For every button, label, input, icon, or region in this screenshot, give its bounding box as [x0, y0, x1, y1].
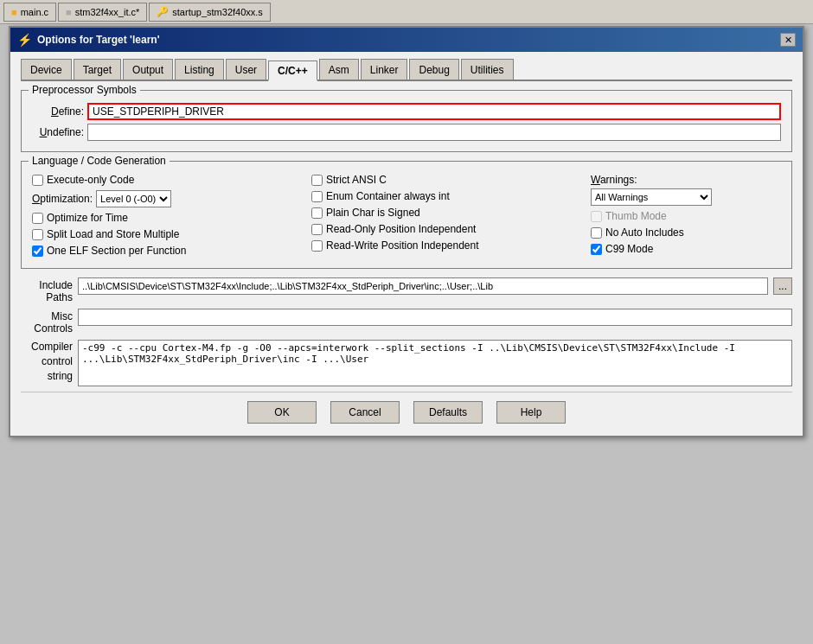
undefine-label: Undefine:	[32, 126, 84, 138]
enum-container-checkbox[interactable]	[311, 191, 323, 202]
c99-mode-checkbox[interactable]	[591, 244, 602, 255]
c99-mode-row: C99 Mode	[591, 243, 781, 255]
thumb-mode-label: Thumb Mode	[605, 210, 667, 222]
taskbar: ■ main.c ■ stm32f4xx_it.c* 🔑 startup_stm…	[0, 0, 813, 24]
tab-utilities[interactable]: Utilities	[461, 59, 514, 80]
tab-linker[interactable]: Linker	[361, 59, 408, 80]
misc-controls-section: MiscControls	[21, 309, 792, 335]
tab-stm32-it[interactable]: ■ stm32f4xx_it.c*	[58, 3, 147, 22]
include-paths-section: IncludePaths ...	[21, 277, 792, 303]
read-write-label: Read-Write Position Independent	[326, 239, 479, 252]
optimization-label: Optimization:	[32, 193, 93, 205]
one-elf-checkbox[interactable]	[32, 245, 43, 257]
enum-container-label: Enum Container always int	[326, 190, 450, 202]
close-button[interactable]: ✕	[780, 33, 796, 47]
plain-char-row: Plain Char is Signed	[311, 207, 591, 219]
include-browse-button[interactable]: ...	[773, 277, 792, 295]
preprocessor-group-label: Preprocessor Symbols	[29, 84, 140, 96]
read-only-label: Read-Only Position Independent	[326, 223, 476, 235]
lang-col-3: Warnings: All Warnings No Warnings Warni…	[591, 174, 781, 261]
optimization-row: Optimization: Level 0 (-O0) Level 1 (-O1…	[32, 190, 311, 207]
misc-controls-input-wrapper	[78, 309, 792, 326]
tab-listing[interactable]: Listing	[175, 59, 224, 80]
plain-char-label: Plain Char is Signed	[326, 207, 420, 219]
tab-output[interactable]: Output	[123, 59, 173, 80]
dialog-title-group: ⚡ Options for Target 'learn'	[17, 33, 160, 47]
strict-ansi-label: Strict ANSI C	[326, 174, 387, 186]
tab-strip: Device Target Output Listing User C/C++ …	[21, 59, 792, 81]
thumb-mode-checkbox[interactable]	[591, 211, 602, 222]
one-elf-row: One ELF Section per Function	[32, 245, 311, 257]
tab-main-c[interactable]: ■ main.c	[3, 3, 56, 22]
language-group: Language / Code Generation Execute-only …	[21, 161, 792, 269]
dialog-titlebar: ⚡ Options for Target 'learn' ✕	[10, 28, 803, 52]
lang-col-1: Execute-only Code Optimization: Level 0 …	[32, 174, 311, 261]
no-auto-label: No Auto Includes	[605, 226, 684, 239]
strict-ansi-checkbox[interactable]	[311, 175, 323, 186]
help-button[interactable]: Help	[496, 401, 566, 424]
read-write-checkbox[interactable]	[311, 240, 323, 252]
tab-debug[interactable]: Debug	[409, 59, 458, 80]
language-columns: Execute-only Code Optimization: Level 0 …	[32, 174, 781, 261]
one-elf-label: One ELF Section per Function	[47, 245, 186, 257]
include-paths-label: IncludePaths	[21, 277, 73, 303]
bottom-bar: OK Cancel Defaults Help	[21, 392, 792, 429]
warnings-row: All Warnings No Warnings Warnings	[591, 188, 781, 206]
no-auto-row: No Auto Includes	[591, 226, 781, 239]
compiler-textarea[interactable]: -c99 -c --cpu Cortex-M4.fp -g -O0 --apcs…	[78, 340, 792, 386]
misc-controls-input[interactable]	[82, 309, 788, 325]
opt-time-label: Optimize for Time	[47, 212, 128, 224]
opt-time-row: Optimize for Time	[32, 212, 311, 224]
compiler-section: Compilercontrolstring -c99 -c --cpu Cort…	[21, 340, 792, 386]
no-auto-checkbox[interactable]	[591, 227, 602, 239]
optimization-select[interactable]: Level 0 (-O0) Level 1 (-O1) Level 2 (-O2…	[96, 190, 171, 207]
split-load-row: Split Load and Store Multiple	[32, 228, 311, 240]
dialog-body: Device Target Output Listing User C/C++ …	[10, 52, 803, 436]
tab-startup[interactable]: 🔑 startup_stm32f40xx.s	[149, 3, 271, 22]
read-only-row: Read-Only Position Independent	[311, 223, 591, 235]
tab-cpp[interactable]: C/C++	[268, 61, 317, 81]
strict-ansi-row: Strict ANSI C	[311, 174, 591, 186]
tab-target[interactable]: Target	[74, 59, 121, 80]
warnings-section: Warnings: All Warnings No Warnings Warni…	[591, 174, 781, 206]
preprocessor-group: Preprocessor Symbols Define: Undefine:	[21, 90, 792, 152]
thumb-mode-row: Thumb Mode	[591, 210, 781, 222]
defaults-button[interactable]: Defaults	[413, 401, 483, 424]
keil-icon: ⚡	[17, 33, 32, 47]
undefine-row: Undefine:	[32, 124, 781, 141]
tab-stm32-it-label: stm32f4xx_it.c*	[75, 7, 140, 17]
dialog: ⚡ Options for Target 'learn' ✕ Device Ta…	[9, 26, 804, 437]
dialog-title-text: Options for Target 'learn'	[37, 34, 160, 46]
include-paths-input-wrapper	[78, 277, 768, 295]
undefine-input[interactable]	[87, 124, 781, 141]
define-input[interactable]	[87, 103, 781, 120]
split-load-label: Split Load and Store Multiple	[47, 228, 179, 240]
lang-col-2: Strict ANSI C Enum Container always int …	[311, 174, 591, 261]
c99-mode-label: C99 Mode	[605, 243, 653, 255]
opt-time-checkbox[interactable]	[32, 213, 43, 224]
split-load-checkbox[interactable]	[32, 229, 43, 240]
key-icon: 🔑	[157, 6, 169, 17]
plain-char-checkbox[interactable]	[311, 207, 323, 219]
exec-only-label: Execute-only Code	[47, 174, 134, 186]
language-group-label: Language / Code Generation	[29, 155, 170, 167]
include-paths-input[interactable]	[82, 278, 764, 294]
tab-asm[interactable]: Asm	[319, 59, 359, 80]
warnings-select[interactable]: All Warnings No Warnings Warnings	[591, 188, 712, 206]
tab-device[interactable]: Device	[21, 59, 72, 80]
enum-container-row: Enum Container always int	[311, 190, 591, 202]
misc-controls-label: MiscControls	[21, 309, 73, 335]
ok-button[interactable]: OK	[247, 401, 317, 424]
tab-main-c-label: main.c	[21, 7, 48, 17]
c-file-icon: ■	[11, 7, 17, 17]
cancel-button[interactable]: Cancel	[330, 401, 400, 424]
warnings-label: Warnings:	[591, 174, 781, 186]
define-label: Define:	[32, 105, 84, 118]
tab-user[interactable]: User	[226, 59, 266, 80]
tab-startup-label: startup_stm32f40xx.s	[172, 7, 263, 17]
exec-only-checkbox[interactable]	[32, 175, 43, 186]
read-only-checkbox[interactable]	[311, 224, 323, 235]
c-file-icon-2: ■	[66, 7, 72, 17]
compiler-label: Compilercontrolstring	[21, 340, 73, 383]
read-write-row: Read-Write Position Independent	[311, 239, 591, 252]
